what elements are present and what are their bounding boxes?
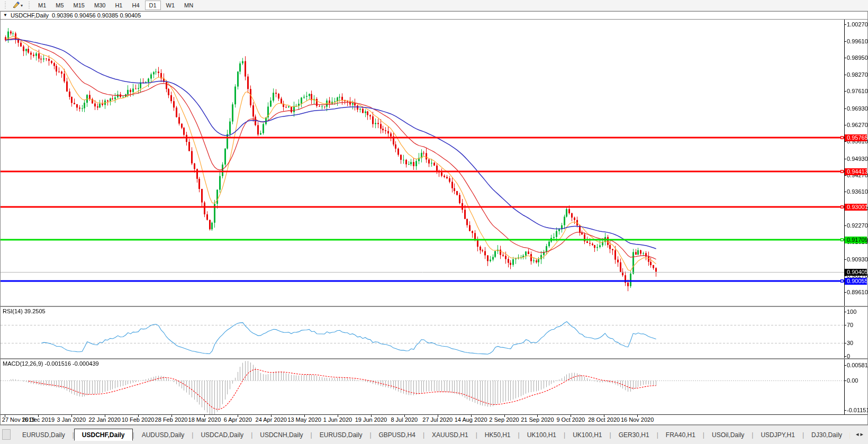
date-tick-mark (438, 415, 438, 417)
axis-tick-mark (845, 175, 846, 176)
chart-tab-uk100-h1[interactable]: UK100,H1 (565, 429, 609, 441)
axis-tick-mark (845, 225, 846, 226)
drawing-tool-dropdown-icon[interactable]: ▾ (21, 3, 23, 8)
chart-tab-eurusd-daily[interactable]: EURUSD,Daily (312, 429, 370, 441)
price-axis-tick: 0.98950 (847, 55, 868, 61)
date-tick-mark (537, 415, 538, 417)
axis-tick-mark (845, 125, 846, 125)
chart-tab-usdchf-daily[interactable]: USDCHF,Daily (74, 429, 133, 441)
axis-tick-mark (845, 356, 846, 357)
chart-ohlc-values: 0.90396 0.90456 0.90385 0.90405 (52, 12, 141, 19)
chart-tab-usdjpy-h1[interactable]: USDJPY,H1 (753, 429, 802, 441)
date-axis-label: 13 May 2020 (287, 416, 321, 423)
rsi-pane: RSI(14) 39.2505 10070300 (1, 307, 867, 358)
axis-tick-mark (845, 365, 846, 366)
price-axis-tick: 0.96930 (847, 105, 868, 112)
chart-tab-usdcnh-daily[interactable]: USDCNH,Daily (252, 429, 310, 441)
date-axis-label: 6 Apr 2020 (224, 416, 252, 423)
tab-scroll-right-icon[interactable]: ▸ (860, 431, 865, 437)
timeframe-button-m15[interactable]: M15 (69, 1, 89, 10)
axis-tick-mark (845, 192, 846, 192)
axis-tick-mark (845, 41, 846, 42)
toolbar-drag-handle[interactable] (4, 2, 7, 10)
timeframe-button-h1[interactable]: H1 (111, 1, 126, 10)
date-tick-mark (304, 415, 305, 417)
axis-tick-mark (845, 24, 846, 25)
date-axis-label: 27 Jul 2020 (422, 416, 453, 423)
axis-tick-mark (845, 141, 846, 142)
macd-canvas[interactable] (1, 359, 845, 414)
price-axis-tick: 0.99610 (847, 38, 868, 44)
chart-tab-uk100-h1[interactable]: UK100,H1 (520, 429, 564, 441)
timeframe-button-m30[interactable]: M30 (90, 1, 110, 10)
price-pane: 1.002700.996100.989500.982700.976100.969… (1, 20, 867, 306)
chart-menu-arrow-icon[interactable]: ▼ (3, 13, 7, 17)
drawing-tool-button[interactable]: ▾ (10, 0, 25, 11)
chart-tab-usoil-daily[interactable]: USOil,Daily (704, 429, 752, 441)
price-chart-canvas[interactable] (1, 20, 845, 306)
date-axis-label: 14 Aug 2020 (455, 416, 487, 423)
chart-symbol-label: USDCHF,Daily (11, 12, 49, 19)
timeframe-button-m1[interactable]: M1 (34, 1, 50, 10)
chart-tab-usdcad-daily[interactable]: USDCAD,Daily (193, 429, 251, 441)
price-line-badge: 0.94413 (845, 168, 867, 175)
axis-tick-mark (845, 91, 846, 92)
date-axis[interactable]: 27 Nov 201916 Dec 20193 Jan 202022 Jan 2… (1, 414, 867, 424)
price-axis-tick: 0.89610 (847, 289, 868, 295)
date-tick-mark (404, 415, 405, 417)
chart-tabs: EURUSD,Daily|USDCHF,Daily|AUDUSD,Daily|U… (15, 429, 850, 441)
macd-axis[interactable]: 0.0058180.00-0.011514 (844, 359, 867, 414)
date-axis-label: 8 Jul 2020 (391, 416, 418, 423)
chart-tab-eurusd-daily[interactable]: EURUSD,Daily (15, 429, 73, 441)
rsi-label: RSI(14) 39.2505 (3, 308, 46, 314)
tab-separator: | (849, 429, 850, 441)
date-tick-mark (105, 415, 105, 417)
timeframe-button-group: M1M5M15M30H1H4D1W1MN (34, 1, 197, 10)
axis-tick-mark (845, 312, 846, 312)
date-tick-mark (604, 415, 604, 417)
timeframe-button-d1[interactable]: D1 (145, 1, 161, 10)
rsi-axis[interactable]: 10070300 (844, 307, 867, 358)
tab-scroll-arrows[interactable]: ◂▸ (856, 431, 865, 438)
chart-tab-fra40-h1[interactable]: FRA40,H1 (658, 429, 703, 441)
chart-tab-hk50-h1[interactable]: HK50,H1 (477, 429, 518, 441)
chart-tab-audusd-daily[interactable]: AUDUSD,Daily (134, 429, 192, 441)
axis-tick-mark (845, 108, 846, 109)
date-axis-label: 16 Dec 2019 (22, 416, 55, 423)
chart-tab-dj30-daily[interactable]: DJ30,Daily (804, 429, 849, 441)
date-axis-label: 21 Sep 2020 (521, 416, 554, 423)
chart-window: ▼ USDCHF,Daily 0.90396 0.90456 0.90385 0… (0, 11, 868, 425)
timeframe-button-h4[interactable]: H4 (128, 1, 143, 10)
rsi-axis-tick: 70 (847, 322, 853, 328)
chart-tab-xauusd-h1[interactable]: XAUUSD,H1 (424, 429, 476, 441)
date-tick-mark (637, 415, 638, 417)
date-tick-mark (38, 415, 39, 417)
tab-bar-corner (2, 429, 11, 440)
date-tick-mark (338, 415, 338, 417)
date-tick-mark (238, 415, 238, 417)
date-tick-mark (271, 415, 272, 417)
date-axis-label: 3 Jan 2020 (57, 416, 86, 423)
timeframe-button-w1[interactable]: W1 (162, 1, 179, 10)
axis-tick-mark (845, 292, 846, 293)
price-axis-tick: 0.90930 (847, 256, 868, 262)
price-axis-tick: 0.97610 (847, 88, 868, 94)
drawing-tool-icon (12, 1, 20, 10)
axis-tick-mark (845, 75, 846, 75)
date-tick-mark (504, 415, 505, 417)
price-line-badge: 0.93001 (845, 204, 867, 211)
price-line-badge: 0.90405 (845, 269, 867, 276)
chart-tab-gbpusd-h4[interactable]: GBPUSD,H4 (372, 429, 423, 441)
axis-tick-mark (845, 276, 846, 276)
price-axis[interactable]: 1.002700.996100.989500.982700.976100.969… (844, 20, 867, 306)
chart-tab-ger30-h1[interactable]: GER30,H1 (611, 429, 657, 441)
date-tick-mark (71, 415, 72, 417)
price-axis-tick: 0.98270 (847, 71, 868, 78)
date-axis-label: 24 Apr 2020 (256, 416, 287, 423)
rsi-canvas[interactable] (1, 307, 845, 358)
timeframe-toolbar-drag-handle[interactable] (28, 2, 31, 10)
date-axis-label: 28 Feb 2020 (155, 416, 188, 423)
timeframe-button-m5[interactable]: M5 (51, 1, 68, 10)
timeframe-button-mn[interactable]: MN (180, 1, 197, 10)
top-toolbar: ▾ M1M5M15M30H1H4D1W1MN (0, 0, 868, 11)
